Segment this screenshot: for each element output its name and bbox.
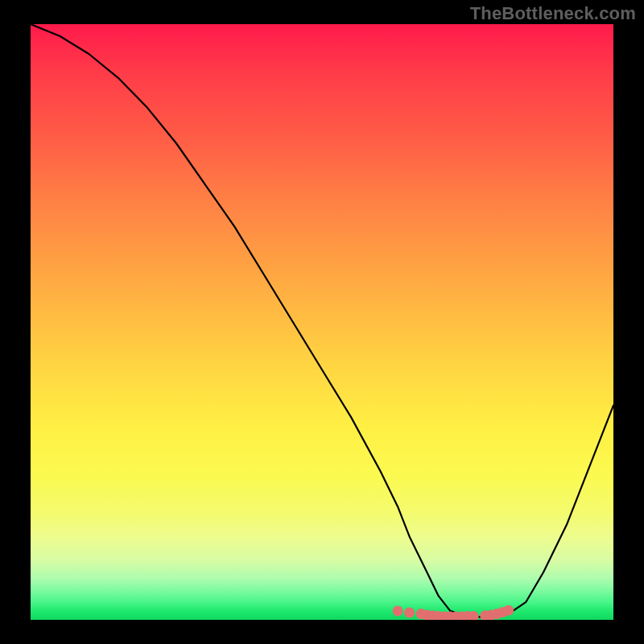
chart-frame: TheBottleneck.com xyxy=(0,0,644,644)
marker-dot xyxy=(503,605,514,616)
optimal-range-markers xyxy=(393,605,514,620)
bottleneck-curve xyxy=(31,24,613,617)
plot-area xyxy=(31,24,613,620)
curve-layer xyxy=(31,24,613,620)
watermark-text: TheBottleneck.com xyxy=(470,3,636,24)
marker-dot xyxy=(393,605,403,616)
marker-dot xyxy=(404,608,415,618)
